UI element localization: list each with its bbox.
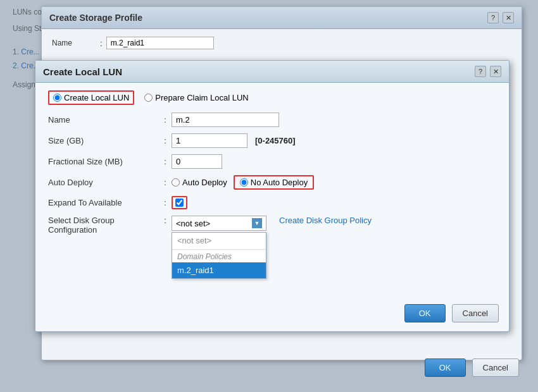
deploy-sep: : [159, 178, 172, 187]
size-sep: : [159, 136, 172, 145]
lun-help-button[interactable]: ? [475, 66, 486, 77]
disk-group-selected-value: <not set> [176, 219, 210, 228]
expand-checkbox[interactable] [175, 199, 184, 207]
prepare-claim-lun-option[interactable]: Prepare Claim Local LUN [144, 93, 248, 102]
outer-cancel-button[interactable]: Cancel [472, 358, 519, 377]
create-disk-group-policy-link[interactable]: Create Disk Group Policy [279, 216, 372, 225]
storage-name-row: Name : [52, 37, 511, 49]
auto-deploy-option[interactable]: Auto Deploy [172, 178, 227, 187]
frac-row: Fractional Size (MB) : [48, 154, 496, 169]
storage-help-button[interactable]: ? [487, 12, 499, 23]
disk-group-dropdown-container: <not set> ▼ <not set> Domain Policies m.… [172, 216, 266, 231]
name-row: Name : [48, 113, 496, 127]
cancel-button[interactable]: Cancel [452, 304, 499, 322]
size-label: Size (GB) [48, 136, 159, 145]
lun-form-body: Name : Size (GB) : [0-245760] Fractional… [35, 110, 509, 241]
lun-type-radio-row: Create Local LUN Prepare Claim Local LUN [35, 83, 509, 110]
no-auto-deploy-option[interactable]: No Auto Deploy [234, 175, 314, 190]
deploy-label: Auto Deploy [48, 178, 159, 187]
no-auto-deploy-label: No Auto Deploy [251, 178, 308, 187]
frac-input[interactable] [172, 154, 222, 169]
lun-dialog-title: Create Local LUN [43, 66, 122, 77]
lun-dialog-footer: OK Cancel [404, 304, 499, 322]
disk-group-label: Select Disk Group Configuration [48, 216, 159, 235]
auto-deploy-label: Auto Deploy [182, 178, 227, 187]
storage-dialog-title: Create Storage Profile [49, 13, 142, 23]
disk-group-dropdown-menu: <not set> Domain Policies m.2_raid1 [172, 232, 266, 279]
storage-close-button[interactable]: ✕ [503, 12, 514, 23]
name-label: Name [48, 115, 159, 125]
create-local-lun-radio[interactable] [53, 94, 61, 102]
size-input[interactable] [172, 133, 247, 148]
create-local-lun-label: Create Local LUN [64, 93, 129, 102]
expand-sep: : [159, 198, 172, 207]
expand-checkbox-wrapper[interactable] [172, 196, 187, 209]
dropdown-not-set-item[interactable]: <not set> [172, 233, 266, 250]
storage-name-input[interactable] [106, 37, 214, 49]
storage-name-sep: : [100, 39, 103, 48]
expand-label: Expand To Available [48, 198, 159, 207]
disk-group-select[interactable]: <not set> ▼ [172, 216, 266, 231]
dropdown-domain-header: Domain Policies [172, 250, 266, 262]
name-input[interactable] [172, 113, 279, 127]
disk-group-row: Select Disk Group Configuration : <not s… [48, 216, 496, 235]
deploy-row: Auto Deploy : Auto Deploy No Auto Deploy [48, 175, 496, 190]
lun-dialog: Create Local LUN ? ✕ Create Local LUN Pr… [35, 60, 510, 332]
dropdown-selected-item[interactable]: m.2_raid1 [172, 262, 266, 278]
auto-deploy-radio[interactable] [172, 178, 180, 187]
outer-ok-button[interactable]: OK [425, 358, 466, 377]
dropdown-arrow-icon[interactable]: ▼ [252, 218, 262, 228]
storage-name-label: Name [52, 39, 96, 47]
expand-row: Expand To Available : [48, 196, 496, 209]
frac-sep: : [159, 157, 172, 166]
prepare-claim-lun-radio[interactable] [144, 94, 153, 102]
create-local-lun-option[interactable]: Create Local LUN [48, 90, 134, 105]
storage-dialog-icons: ? ✕ [487, 12, 514, 23]
storage-dialog-content: Name : [42, 29, 522, 62]
prepare-claim-lun-label: Prepare Claim Local LUN [155, 93, 248, 102]
frac-label: Fractional Size (MB) [48, 157, 159, 166]
storage-dialog-titlebar: Create Storage Profile ? ✕ [42, 7, 522, 29]
size-range: [0-245760] [255, 136, 296, 145]
lun-dialog-icons: ? ✕ [475, 66, 501, 77]
outer-footer-buttons: OK Cancel [425, 358, 519, 377]
size-row: Size (GB) : [0-245760] [48, 133, 496, 148]
lun-close-button[interactable]: ✕ [490, 66, 501, 77]
ok-button[interactable]: OK [404, 304, 446, 322]
disk-group-sep: : [159, 216, 172, 225]
name-sep: : [159, 115, 172, 125]
deploy-options: Auto Deploy No Auto Deploy [172, 175, 314, 190]
no-auto-deploy-radio[interactable] [240, 178, 248, 187]
lun-dialog-titlebar: Create Local LUN ? ✕ [35, 61, 509, 83]
